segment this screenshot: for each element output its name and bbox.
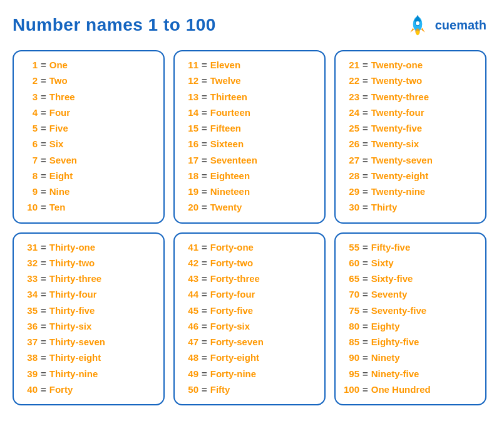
number-value: 50 [181,382,198,397]
number-name: Twenty-eight [371,169,428,183]
number-name: Thirty-seven [49,335,105,349]
equals-sign: = [202,121,207,135]
number-value: 11 [181,58,198,72]
number-value: 30 [342,200,359,214]
number-name: Forty-five [210,303,253,318]
number-name: Nineteen [210,184,250,199]
number-row: 95=Ninety-five [342,367,476,381]
equals-sign: = [41,169,46,183]
number-row: 7=Seven [20,153,155,167]
equals-sign: = [41,90,46,104]
equals-sign: = [41,271,46,286]
number-value: 14 [181,105,198,120]
number-name: Forty-seven [210,335,264,349]
number-value: 9 [20,184,38,199]
svg-point-6 [416,31,419,35]
equals-sign: = [202,73,207,88]
equals-sign: = [363,90,368,104]
number-name: Twenty-nine [371,184,425,199]
number-name: Forty-eight [210,350,259,365]
number-row: 26=Twenty-six [342,137,476,151]
equals-sign: = [202,335,207,349]
number-name: Thirty-nine [49,367,98,381]
equals-sign: = [202,256,207,270]
number-name: Thirty [371,200,398,214]
number-row: 48=Forty-eight [181,350,316,365]
logo-area: cuemath [404,11,486,39]
number-value: 25 [342,121,359,135]
number-name: Nine [49,184,70,199]
number-row: 25=Twenty-five [342,121,476,135]
number-row: 46=Forty-six [181,319,316,333]
number-value: 33 [20,271,38,286]
number-name: Sixteen [210,137,244,151]
number-value: 24 [342,105,359,120]
equals-sign: = [41,319,46,333]
number-value: 35 [20,303,38,318]
number-row: 80=Eighty [342,319,476,333]
number-value: 44 [181,287,198,301]
number-row: 2=Two [20,73,155,88]
number-value: 60 [342,256,359,270]
number-name: Twenty-six [371,137,419,151]
equals-sign: = [363,350,368,365]
number-name: Eleven [210,58,240,72]
number-value: 28 [342,169,359,183]
number-name: Twenty-four [371,105,424,120]
number-row: 41=Forty-one [181,240,316,254]
number-row: 38=Thirty-eight [20,350,155,365]
number-row: 14=Fourteen [181,105,316,120]
number-value: 43 [181,271,198,286]
equals-sign: = [202,287,207,301]
equals-sign: = [202,350,207,365]
equals-sign: = [202,240,207,254]
number-name: Ninety-five [371,367,419,381]
number-row: 22=Twenty-two [342,73,476,88]
number-name: Twenty [210,200,242,214]
number-row: 35=Thirty-five [20,303,155,318]
number-card-box6: 55=Fifty-five60=Sixty65=Sixty-five70=Sev… [334,232,486,406]
number-name: Seventy-five [371,303,426,318]
equals-sign: = [202,169,207,183]
equals-sign: = [363,271,368,286]
number-value: 36 [20,319,38,333]
equals-sign: = [363,382,368,397]
svg-marker-3 [410,28,414,32]
equals-sign: = [363,200,368,214]
number-name: Fourteen [210,105,250,120]
number-name: Twenty-five [371,121,422,135]
number-value: 27 [342,153,359,167]
number-row: 1=One [20,58,155,72]
equals-sign: = [41,335,46,349]
equals-sign: = [41,240,46,254]
equals-sign: = [363,367,368,381]
number-value: 85 [342,335,359,349]
equals-sign: = [202,271,207,286]
number-row: 36=Thirty-six [20,319,155,333]
equals-sign: = [41,256,46,270]
number-name: Twelve [210,73,241,88]
number-row: 100=One Hundred [342,382,476,397]
number-row: 70=Seventy [342,287,476,301]
number-value: 20 [181,200,198,214]
number-card-box1: 1=One2=Two3=Three4=Four5=Five6=Six7=Seve… [13,50,165,224]
number-row: 27=Twenty-seven [342,153,476,167]
number-name: Forty-nine [210,367,256,381]
number-row: 5=Five [20,121,155,135]
number-value: 4 [20,105,38,120]
number-value: 16 [181,137,198,151]
number-row: 55=Fifty-five [342,240,476,254]
number-value: 21 [342,58,359,72]
number-value: 80 [342,319,359,333]
number-row: 45=Forty-five [181,303,316,318]
equals-sign: = [363,319,368,333]
number-value: 38 [20,350,38,365]
number-name: Fifteen [210,121,241,135]
number-value: 47 [181,335,198,349]
number-value: 29 [342,184,359,199]
equals-sign: = [202,184,207,199]
number-row: 4=Four [20,105,155,120]
number-row: 18=Eighteen [181,169,316,183]
number-value: 3 [20,90,38,104]
number-name: Forty [49,382,73,397]
